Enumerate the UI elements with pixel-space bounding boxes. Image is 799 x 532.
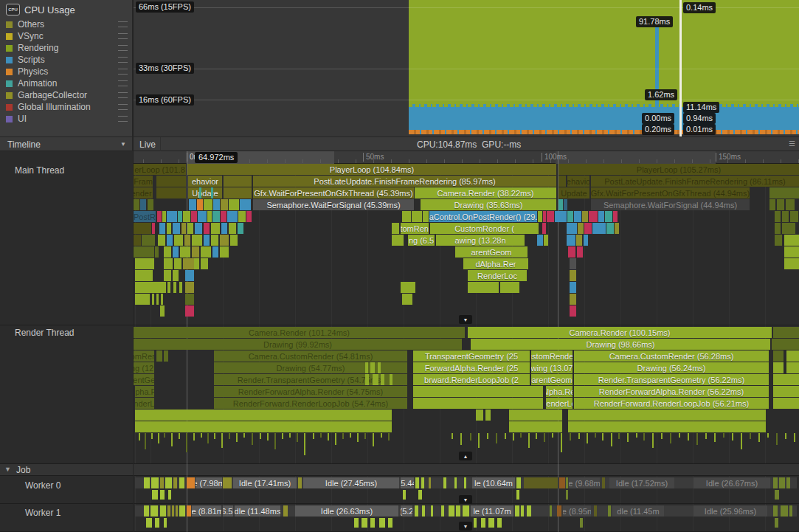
timeline-bar[interactable] xyxy=(388,518,392,528)
timeline-bar[interactable] xyxy=(144,477,150,488)
timeline-bar[interactable] xyxy=(615,223,619,234)
timeline-bar[interactable] xyxy=(784,235,799,246)
drag-handle-icon[interactable] xyxy=(118,45,128,51)
timeline-bar[interactable] xyxy=(570,282,576,293)
timeline-bar[interactable] xyxy=(192,246,199,258)
timeline-bar[interactable] xyxy=(198,211,207,222)
timeline-bar[interactable] xyxy=(527,505,531,517)
timeline-bar[interactable] xyxy=(379,518,385,528)
worker-0-label[interactable]: Worker 0 xyxy=(25,480,60,491)
timeline-bar[interactable] xyxy=(786,350,799,362)
timeline-bar[interactable]: Drawing (99.92ms) xyxy=(134,339,462,350)
drag-handle-icon[interactable] xyxy=(118,21,128,27)
timeline-bar[interactable] xyxy=(782,211,789,222)
drag-handle-icon[interactable] xyxy=(118,57,128,63)
timeline-bar[interactable]: brward.RenderLoopJob (2 xyxy=(413,374,530,385)
timeline-bar[interactable]: d.RenderLoop xyxy=(546,398,573,409)
main-thread-label[interactable]: Main Thread xyxy=(15,165,64,176)
timeline-bar[interactable] xyxy=(211,235,218,246)
timeline-bar[interactable] xyxy=(151,505,158,517)
timeline-bar[interactable] xyxy=(521,505,524,517)
timeline-bar[interactable] xyxy=(164,350,168,362)
timeline-bar[interactable] xyxy=(173,246,179,258)
timeline-bar[interactable] xyxy=(134,235,141,246)
timeline-bar[interactable] xyxy=(362,518,367,528)
timeline-bar[interactable] xyxy=(412,211,422,222)
timeline-bar[interactable] xyxy=(516,490,519,500)
timeline-bar[interactable]: ishFrameR xyxy=(134,176,153,187)
timeline-bar[interactable] xyxy=(211,187,213,198)
timeline-bar[interactable] xyxy=(567,211,573,222)
timeline-bar[interactable] xyxy=(403,490,406,500)
timeline-bar[interactable] xyxy=(463,505,469,517)
timeline-bar[interactable] xyxy=(509,410,562,421)
timeline-bar[interactable]: RenderForward.RenderLoopJob (56.21ms) xyxy=(574,398,769,409)
timeline-bar[interactable]: RenderForwardAlpha.Render (56.22ms) xyxy=(574,386,769,397)
timeline-bar[interactable] xyxy=(164,246,171,258)
timeline-bar[interactable] xyxy=(187,505,191,517)
timeline-bar[interactable]: ehavio xyxy=(567,176,589,187)
timeline-bar[interactable] xyxy=(180,246,190,258)
timeline-bar[interactable] xyxy=(185,294,194,305)
timeline-bar[interactable]: Gfx.WaitForPresentOnGfxThread (45.39ms) xyxy=(253,187,414,198)
timeline-bar[interactable] xyxy=(204,199,212,210)
timeline-bar[interactable]: TransparentGeometry (25 xyxy=(413,350,530,362)
timeline-bar[interactable] xyxy=(161,294,163,305)
timeline-bar[interactable] xyxy=(423,211,429,222)
timeline-bar[interactable] xyxy=(415,477,419,488)
timeline-bar[interactable] xyxy=(220,235,229,246)
timeline-bar[interactable] xyxy=(185,282,194,293)
timeline-bar[interactable]: Idle (27.45ms) xyxy=(303,477,399,488)
timeline-bar[interactable] xyxy=(195,223,202,234)
timeline-bar[interactable] xyxy=(402,211,411,222)
timeline-bar[interactable]: Drawing (98.66ms) xyxy=(471,339,770,350)
timeline-bar[interactable] xyxy=(567,223,577,234)
timeline-bar[interactable] xyxy=(775,518,778,528)
timeline-bar[interactable] xyxy=(238,223,243,234)
timeline-bar[interactable]: Camera.CustomRender (54.81ms) xyxy=(214,350,407,362)
timeline-bar[interactable] xyxy=(784,258,799,269)
timeline-bar[interactable]: parentGeom xyxy=(134,374,154,385)
timeline-bar[interactable] xyxy=(160,490,165,500)
drag-handle-icon[interactable] xyxy=(118,80,128,86)
timeline-bar[interactable] xyxy=(570,294,576,305)
timeline-bar[interactable] xyxy=(786,199,795,210)
timeline-bar[interactable] xyxy=(775,235,782,246)
timeline-bar[interactable]: PostLateUpdate.FinishFrameRendering (85.… xyxy=(253,176,556,187)
timeline-bar[interactable]: rdAlpha.Rend xyxy=(546,386,573,397)
timeline-bar[interactable] xyxy=(223,477,232,488)
timeline-bar[interactable]: aControl.OnPostRender() (29. xyxy=(429,211,537,222)
legend-item[interactable]: Physics xyxy=(0,66,132,77)
worker-1-label[interactable]: Worker 1 xyxy=(25,508,60,518)
timeline-bar[interactable] xyxy=(229,223,236,234)
timeline-bar[interactable] xyxy=(772,339,799,350)
timeline-bar[interactable] xyxy=(229,199,239,210)
timeline-bar[interactable] xyxy=(468,282,499,293)
timeline-bar[interactable] xyxy=(773,505,778,517)
timeline-bar[interactable] xyxy=(476,410,483,421)
timeline-bar[interactable] xyxy=(413,398,543,409)
timeline-bar[interactable] xyxy=(454,477,457,488)
timeline-bar[interactable] xyxy=(176,505,178,517)
timeline-bar[interactable] xyxy=(401,282,415,293)
timeline-bar[interactable] xyxy=(594,505,597,517)
timeline-bar[interactable]: erLoop (101.8 xyxy=(134,164,186,175)
drag-handle-icon[interactable] xyxy=(118,33,128,39)
timeline-bar[interactable] xyxy=(155,518,159,528)
timeline-bar[interactable]: le (10.64m xyxy=(472,477,515,488)
timeline-bar[interactable] xyxy=(576,235,582,246)
timeline-bar[interactable] xyxy=(568,246,575,258)
timeline-bar[interactable] xyxy=(584,235,588,246)
timeline-bar[interactable] xyxy=(547,211,554,222)
timeline-bar[interactable]: dAlpha.Rer xyxy=(463,258,528,269)
timeline-bar[interactable]: Semaphore.WaitForSignal (44.94ms) xyxy=(591,199,750,210)
timeline-bar[interactable]: (5.44 xyxy=(401,477,414,488)
timeline-bar[interactable] xyxy=(456,505,460,517)
timeline-mode-dropdown[interactable]: Timeline ▼ xyxy=(0,137,133,151)
timeline-bar[interactable] xyxy=(378,362,381,373)
timeline-bar[interactable] xyxy=(790,211,798,222)
timeline-bar[interactable] xyxy=(775,490,779,500)
timeline-bar[interactable]: dle (11.45m xyxy=(612,505,664,517)
timeline-bar[interactable] xyxy=(167,223,171,234)
timeline-bar[interactable] xyxy=(174,235,183,246)
